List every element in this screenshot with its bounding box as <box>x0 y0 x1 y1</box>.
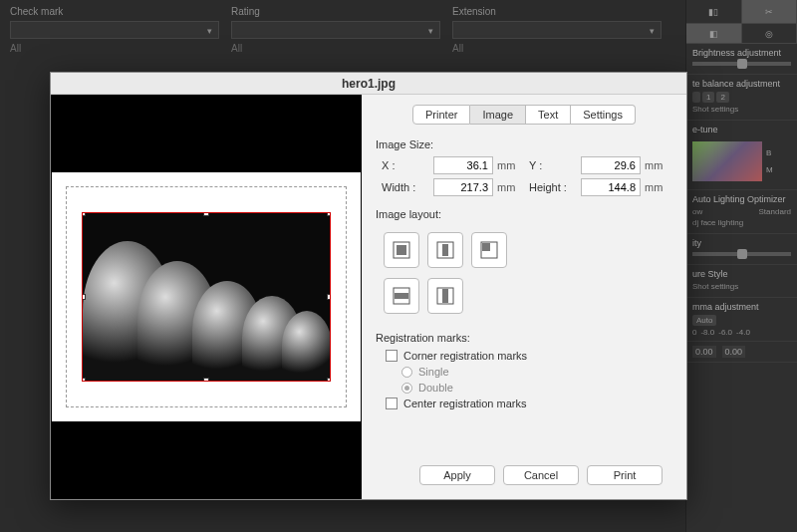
filter-bar: Check mark All Rating All Extension All <box>0 0 797 60</box>
unit-mm: mm <box>497 159 525 171</box>
radio-double[interactable] <box>401 383 412 394</box>
svg-rect-9 <box>442 289 448 303</box>
resize-handle[interactable] <box>327 212 331 216</box>
time-field[interactable]: 0.00 <box>692 346 716 358</box>
print-dialog: hero1.jpg <box>50 72 687 500</box>
layout-btn-stretch-v[interactable] <box>427 278 463 314</box>
adjustments-panel: ▮▯ ✂ ◧ ◎ Brightness adjustment te balanc… <box>685 0 797 532</box>
paper-preview <box>52 172 361 421</box>
auto-button[interactable]: Auto <box>692 315 716 326</box>
heading-image-size: Image Size: <box>376 138 672 150</box>
label-x: X : <box>382 159 429 171</box>
tab-settings[interactable]: Settings <box>571 105 636 125</box>
filter-all: All <box>231 43 440 54</box>
checkbox-center-marks[interactable] <box>386 398 398 409</box>
apply-button[interactable]: Apply <box>419 465 495 485</box>
dialog-title: hero1.jpg <box>51 73 686 95</box>
filter-all: All <box>10 43 219 54</box>
filter-label: Extension <box>452 6 662 17</box>
heading-registration: Registration marks: <box>376 332 672 344</box>
section-gamma: mma adjustment Auto 0 -8.0 -6.0 -4.0 <box>686 298 797 342</box>
input-x[interactable] <box>433 156 493 174</box>
time-field[interactable]: 0.00 <box>722 346 746 358</box>
label-height: Height : <box>529 181 577 193</box>
filter-all: All <box>452 43 662 54</box>
radio-single[interactable] <box>401 367 412 378</box>
input-width[interactable] <box>433 178 493 196</box>
section-fine-tune: e-tune B M <box>686 121 797 190</box>
layout-btn-fit[interactable] <box>384 232 419 268</box>
chevron-down-icon <box>650 24 655 36</box>
filter-label: Rating <box>231 6 440 17</box>
svg-rect-7 <box>395 293 408 299</box>
filter-checkmark: Check mark All <box>10 6 219 54</box>
filter-select[interactable] <box>10 21 219 39</box>
color-adjust-box[interactable] <box>692 141 762 181</box>
label-double: Double <box>418 382 453 394</box>
resize-handle[interactable] <box>82 294 86 300</box>
box-icon: ◧ <box>709 29 718 39</box>
wb-pill[interactable] <box>692 92 700 103</box>
dialog-tabs: Printer Image Text Settings <box>412 105 636 125</box>
filter-select[interactable] <box>231 21 440 39</box>
wb-pill[interactable]: 1 <box>702 92 714 103</box>
section-auto-lighting: Auto Lighting Optimizer owStandard dj fa… <box>686 190 797 234</box>
svg-rect-5 <box>482 243 490 251</box>
section-clarity: ity <box>686 234 797 265</box>
chevron-down-icon <box>207 24 212 36</box>
input-y[interactable] <box>581 156 641 174</box>
tab-image[interactable]: Image <box>470 105 526 125</box>
resize-handle[interactable] <box>203 212 209 216</box>
tab-text[interactable]: Text <box>526 105 571 125</box>
resize-handle[interactable] <box>327 294 331 300</box>
unit-mm: mm <box>497 181 525 193</box>
dialog-buttons: Apply Cancel Print <box>376 459 672 491</box>
brightness-slider[interactable] <box>692 62 791 66</box>
crop-icon: ✂ <box>765 7 773 17</box>
filter-select[interactable] <box>452 21 662 39</box>
filter-rating: Rating All <box>231 6 440 54</box>
unit-mm: mm <box>645 159 672 171</box>
settings-pane: Printer Image Text Settings Image Size: … <box>362 95 686 499</box>
label-center-marks: Center registration marks <box>403 398 527 409</box>
label-y: Y : <box>529 159 577 171</box>
layout-btn-topleft[interactable] <box>471 232 507 268</box>
filter-label: Check mark <box>10 6 219 17</box>
section-white-balance: te balance adjustment 1 2 Shot settings <box>686 75 797 121</box>
histogram-icon: ▮▯ <box>708 7 718 17</box>
layout-btn-center[interactable] <box>427 232 463 268</box>
label-single: Single <box>418 366 449 378</box>
resize-handle[interactable] <box>82 378 86 382</box>
print-preview <box>51 95 362 499</box>
subtab-lens[interactable]: ◎ <box>742 24 798 43</box>
tool-tabs: ▮▯ ✂ <box>686 0 797 24</box>
tab-histogram[interactable]: ▮▯ <box>686 0 742 23</box>
section-brightness: Brightness adjustment <box>686 44 797 75</box>
resize-handle[interactable] <box>327 378 331 382</box>
unit-mm: mm <box>645 181 672 193</box>
layout-btn-stretch-h[interactable] <box>384 278 419 314</box>
resize-handle[interactable] <box>82 212 86 216</box>
tab-printer[interactable]: Printer <box>412 105 470 125</box>
tab-crop[interactable]: ✂ <box>742 0 798 23</box>
clarity-slider[interactable] <box>692 252 791 256</box>
label-corner-marks: Corner registration marks <box>403 350 527 362</box>
label-width: Width : <box>382 181 429 193</box>
print-button[interactable]: Print <box>587 465 663 485</box>
resize-handle[interactable] <box>203 378 209 382</box>
image-frame[interactable] <box>82 212 331 382</box>
subtab-box[interactable]: ◧ <box>686 24 742 43</box>
wb-pill[interactable]: 2 <box>716 92 728 103</box>
cancel-button[interactable]: Cancel <box>503 465 579 485</box>
svg-rect-3 <box>442 244 448 256</box>
registration-section: Registration marks: Corner registration … <box>376 328 672 413</box>
input-height[interactable] <box>581 178 641 196</box>
lens-icon: ◎ <box>765 29 773 39</box>
svg-rect-1 <box>397 245 406 255</box>
checkbox-corner-marks[interactable] <box>386 350 398 362</box>
section-picture-style: ure Style Shot settings <box>686 265 797 298</box>
heading-layout: Image layout: <box>376 208 672 220</box>
filter-extension: Extension All <box>452 6 662 54</box>
chevron-down-icon <box>428 24 433 36</box>
